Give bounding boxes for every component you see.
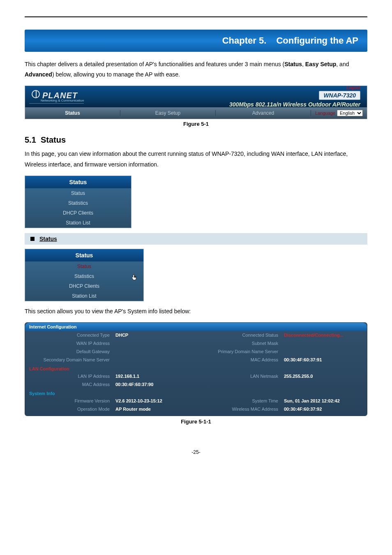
- language-label: Language: [315, 111, 335, 116]
- table-row: Secondary Domain Name Server MAC Address…: [25, 356, 367, 364]
- status-sidebar-panel-1: Status Status Statistics DHCP Clients St…: [25, 176, 131, 228]
- table-row: MAC Address 00:30:4F:60:37:90: [25, 380, 367, 388]
- tab-easy-setup[interactable]: Easy Setup: [120, 110, 216, 116]
- logout-link[interactable]: Logout: [229, 86, 360, 90]
- chapter-number: Chapter 5.: [222, 35, 267, 46]
- language-dropdown[interactable]: English: [337, 110, 363, 116]
- sidebar-item-statistics-2[interactable]: Statistics: [25, 271, 143, 281]
- sidebar-item-station-list-2[interactable]: Station List: [25, 291, 143, 301]
- nav-tab-bar: Status Easy Setup Advanced Language Engl…: [25, 107, 367, 119]
- tab-advanced[interactable]: Advanced: [216, 110, 311, 116]
- nav-logo: PLANET Networking & Communication: [29, 90, 84, 104]
- sidebar-item-statistics[interactable]: Statistics: [25, 198, 131, 208]
- figure-5-1-caption: Figure 5-1: [25, 121, 367, 127]
- nav-right: Logout WNAP-7320 300Mbps 802.11a/n Wirel…: [229, 86, 363, 108]
- cursor-hand-icon: [130, 273, 138, 282]
- config-table: Internet Configuration Connected Type DH…: [25, 322, 367, 416]
- status-sidebar-panel-2: Status Status Statistics DHCP Clients St…: [25, 249, 144, 301]
- tab-status[interactable]: Status: [25, 110, 120, 116]
- page-number: -25-: [25, 449, 367, 455]
- sidebar-item-status[interactable]: Status: [25, 188, 131, 198]
- model-badge: WNAP-7320: [319, 91, 360, 100]
- nav-tagline: 300Mbps 802.11a/n Wireless Outdoor AP/Ro…: [229, 101, 360, 108]
- table-row: Connected Type DHCP Connected Status Dis…: [25, 331, 367, 339]
- status-subheading: Status: [25, 233, 367, 245]
- internet-config-header: Internet Configuration: [25, 323, 367, 331]
- sidebar-item-status-active[interactable]: Status: [25, 261, 143, 271]
- table-row: Firmware Version V2.6 2012-10-23-15:12 S…: [25, 397, 367, 405]
- figure-5-1-1-caption: Figure 5-1-1: [25, 419, 367, 425]
- table-row: Default Gateway Primary Domain Name Serv…: [25, 347, 367, 356]
- table-row: WAN IP Address Subnet Mask: [25, 339, 367, 347]
- section-5-1-body: In this page, you can view information a…: [25, 149, 367, 169]
- lan-config-header: LAN Configuration: [25, 364, 367, 372]
- intro-paragraph: This chapter delivers a detailed present…: [25, 59, 367, 80]
- status-panel-header: Status: [25, 176, 131, 188]
- section-5-1-heading: 5.1 Status: [25, 135, 367, 145]
- system-info-intro: This section allows you to view the AP's…: [25, 306, 367, 317]
- chapter-banner: Chapter 5. Configuring the AP: [25, 30, 367, 52]
- status-panel-header-2: Status: [25, 249, 143, 261]
- nav-screenshot: PLANET Networking & Communication Logout…: [25, 86, 367, 119]
- sidebar-item-dhcp-clients-2[interactable]: DHCP Clients: [25, 281, 143, 291]
- table-row: Operation Mode AP Router mode Wireless M…: [25, 405, 367, 416]
- page-top-rule: [25, 16, 367, 17]
- system-info-header: System Info: [25, 388, 367, 397]
- language-selector[interactable]: Language English: [311, 110, 367, 116]
- table-row: LAN IP Address 192.168.1.1 LAN Netmask 2…: [25, 372, 367, 380]
- logo-subtext: Networking & Communication: [41, 99, 84, 102]
- nav-top-bar: PLANET Networking & Communication Logout…: [25, 86, 367, 107]
- bullet-square-icon: [30, 237, 35, 241]
- chapter-title: Configuring the AP: [276, 35, 358, 46]
- globe-icon: [32, 90, 40, 98]
- sidebar-item-dhcp-clients[interactable]: DHCP Clients: [25, 208, 131, 218]
- sidebar-item-station-list[interactable]: Station List: [25, 218, 131, 228]
